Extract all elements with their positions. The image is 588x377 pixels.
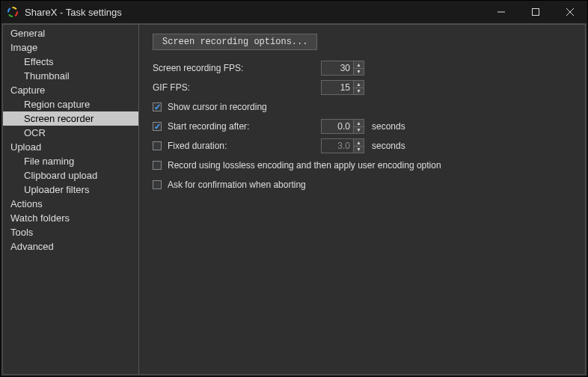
fixed-duration-value: 3.0 bbox=[322, 141, 353, 151]
fps-spinner[interactable]: 30 ▲ ▼ bbox=[321, 61, 364, 76]
start-after-row: Start recording after: 0.0 ▲ ▼ seconds bbox=[153, 117, 572, 135]
spinner-arrows: ▲ ▼ bbox=[353, 139, 364, 153]
screen-recording-options-button[interactable]: Screen recording options... bbox=[153, 34, 317, 50]
start-after-unit: seconds bbox=[372, 121, 405, 132]
show-cursor-row: Show cursor in recording bbox=[153, 98, 572, 116]
show-cursor-label: Show cursor in recording bbox=[168, 102, 267, 112]
sidebar-item-screen-recorder[interactable]: Screen recorder bbox=[3, 111, 138, 126]
sidebar-item-thumbnail[interactable]: Thumbnail bbox=[3, 69, 138, 83]
settings-sidebar: GeneralImageEffectsThumbnailCaptureRegio… bbox=[2, 24, 139, 375]
fps-value: 30 bbox=[322, 63, 353, 73]
sidebar-item-capture[interactable]: Capture bbox=[3, 83, 138, 97]
start-after-label: Start recording after: bbox=[168, 121, 249, 132]
spinner-arrows: ▲ ▼ bbox=[353, 120, 364, 133]
confirm-abort-label: Ask for confirmation when aborting bbox=[168, 180, 306, 190]
sidebar-item-upload[interactable]: Upload bbox=[3, 140, 138, 154]
fps-row: Screen recording FPS: 30 ▲ ▼ bbox=[153, 59, 572, 77]
window-title: ShareX - Task settings bbox=[25, 7, 484, 18]
gif-fps-label: GIF FPS: bbox=[153, 82, 321, 93]
titlebar[interactable]: ShareX - Task settings bbox=[1, 1, 587, 23]
fixed-duration-checkbox[interactable] bbox=[153, 141, 162, 150]
sidebar-item-effects[interactable]: Effects bbox=[3, 55, 138, 69]
sidebar-item-region-capture[interactable]: Region capture bbox=[3, 97, 138, 111]
lossless-row: Record using lossless encoding and then … bbox=[153, 156, 572, 174]
gif-fps-value: 15 bbox=[322, 82, 353, 93]
sidebar-item-uploader-filters[interactable]: Uploader filters bbox=[3, 183, 138, 197]
spinner-up-icon[interactable]: ▲ bbox=[354, 81, 364, 88]
gif-fps-row: GIF FPS: 15 ▲ ▼ bbox=[153, 79, 572, 96]
svg-rect-5 bbox=[533, 9, 539, 16]
spinner-down-icon[interactable]: ▼ bbox=[354, 88, 364, 95]
gif-fps-spinner[interactable]: 15 ▲ ▼ bbox=[321, 80, 364, 95]
start-after-value: 0.0 bbox=[322, 121, 353, 132]
window-controls bbox=[484, 1, 587, 23]
task-settings-window: ShareX - Task settings GeneralImageEffec… bbox=[0, 0, 588, 377]
minimize-button[interactable] bbox=[484, 1, 518, 23]
sidebar-item-general[interactable]: General bbox=[3, 26, 138, 40]
window-body: GeneralImageEffectsThumbnailCaptureRegio… bbox=[2, 23, 586, 375]
sidebar-item-actions[interactable]: Actions bbox=[3, 197, 138, 211]
lossless-label: Record using lossless encoding and then … bbox=[168, 160, 441, 171]
fps-label: Screen recording FPS: bbox=[153, 63, 321, 73]
fixed-duration-label: Fixed duration: bbox=[168, 141, 227, 151]
spinner-arrows: ▲ ▼ bbox=[353, 81, 364, 94]
close-button[interactable] bbox=[553, 1, 587, 23]
sidebar-item-ocr[interactable]: OCR bbox=[3, 126, 138, 140]
confirm-abort-row: Ask for confirmation when aborting bbox=[153, 176, 572, 194]
sidebar-item-file-naming[interactable]: File naming bbox=[3, 154, 138, 168]
sidebar-item-watch-folders[interactable]: Watch folders bbox=[3, 211, 138, 225]
spinner-up-icon: ▲ bbox=[354, 139, 364, 147]
spinner-down-icon: ▼ bbox=[354, 147, 364, 153]
fixed-duration-unit: seconds bbox=[372, 141, 405, 151]
spinner-up-icon[interactable]: ▲ bbox=[354, 61, 364, 69]
spinner-up-icon[interactable]: ▲ bbox=[354, 120, 364, 127]
sidebar-item-image[interactable]: Image bbox=[3, 40, 138, 55]
app-icon bbox=[7, 6, 19, 18]
sidebar-item-clipboard-upload[interactable]: Clipboard upload bbox=[3, 168, 138, 183]
start-after-checkbox[interactable] bbox=[153, 122, 162, 131]
sidebar-item-tools[interactable]: Tools bbox=[3, 225, 138, 239]
confirm-abort-checkbox[interactable] bbox=[153, 180, 162, 189]
fixed-duration-row: Fixed duration: 3.0 ▲ ▼ seconds bbox=[153, 137, 572, 155]
sidebar-item-advanced[interactable]: Advanced bbox=[3, 239, 138, 254]
show-cursor-checkbox[interactable] bbox=[153, 102, 162, 111]
spinner-down-icon[interactable]: ▼ bbox=[354, 69, 364, 76]
settings-content: Screen recording options... Screen recor… bbox=[139, 24, 586, 375]
spinner-down-icon[interactable]: ▼ bbox=[354, 127, 364, 134]
lossless-checkbox[interactable] bbox=[153, 161, 162, 170]
fixed-duration-spinner: 3.0 ▲ ▼ bbox=[321, 138, 364, 153]
spinner-arrows: ▲ ▼ bbox=[353, 61, 364, 75]
maximize-button[interactable] bbox=[518, 1, 553, 23]
start-after-spinner[interactable]: 0.0 ▲ ▼ bbox=[321, 119, 364, 134]
